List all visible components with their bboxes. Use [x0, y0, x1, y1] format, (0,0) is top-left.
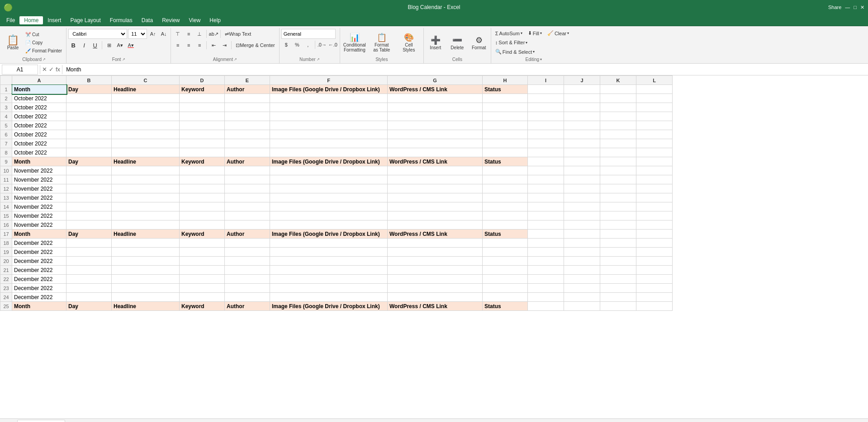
cell-6-7[interactable] — [388, 130, 483, 139]
cell-19-8[interactable] — [483, 248, 528, 257]
cell-16-12[interactable] — [636, 220, 673, 230]
cell-13-6[interactable] — [270, 193, 388, 202]
cell-10-4[interactable] — [180, 166, 225, 175]
cell-21-4[interactable] — [180, 266, 225, 275]
cell-16-3[interactable] — [112, 220, 180, 230]
cell-21-6[interactable] — [270, 266, 388, 275]
cell-13-4[interactable] — [180, 193, 225, 202]
cell-5-3[interactable] — [112, 121, 180, 130]
cell-7-1[interactable]: October 2022 — [12, 139, 66, 148]
cell-19-5[interactable] — [225, 248, 270, 257]
cell-14-2[interactable] — [66, 202, 112, 211]
cell-14-4[interactable] — [180, 202, 225, 211]
cell-18-3[interactable] — [112, 239, 180, 248]
cell-16-1[interactable]: November 2022 — [12, 220, 66, 230]
cell-14-9[interactable] — [528, 202, 564, 211]
cell-23-3[interactable] — [112, 284, 180, 293]
row-header-11[interactable]: 11 — [0, 175, 12, 184]
cell-25-1[interactable]: Month — [12, 302, 66, 311]
format-painter-button[interactable]: 🖌️ Format Painter — [23, 47, 64, 55]
cell-10-10[interactable] — [564, 166, 600, 175]
cell-10-7[interactable] — [388, 166, 483, 175]
cell-2-7[interactable] — [388, 94, 483, 103]
cell-5-7[interactable] — [388, 121, 483, 130]
percent-button[interactable]: % — [292, 40, 302, 50]
cell-4-11[interactable] — [600, 112, 636, 121]
cell-15-7[interactable] — [388, 211, 483, 220]
cell-2-8[interactable] — [483, 94, 528, 103]
cell-14-11[interactable] — [600, 202, 636, 211]
cell-16-4[interactable] — [180, 220, 225, 230]
cell-4-10[interactable] — [564, 112, 600, 121]
cell-15-11[interactable] — [600, 211, 636, 220]
cell-8-7[interactable] — [388, 148, 483, 157]
cell-11-10[interactable] — [564, 175, 600, 184]
cell-7-11[interactable] — [600, 139, 636, 148]
font-expand-icon[interactable]: ↗ — [122, 57, 125, 61]
cell-21-11[interactable] — [600, 266, 636, 275]
cell-25-5[interactable]: Author — [225, 302, 270, 311]
cell-17-3[interactable]: Headline — [112, 230, 180, 239]
col-header-i[interactable]: I — [528, 76, 564, 85]
cell-19-9[interactable] — [528, 248, 564, 257]
cell-2-1[interactable]: October 2022 — [12, 94, 66, 103]
row-header-16[interactable]: 16 — [0, 220, 12, 230]
cell-15-1[interactable]: November 2022 — [12, 211, 66, 220]
row-header-20[interactable]: 20 — [0, 257, 12, 266]
cell-25-7[interactable]: WordPress / CMS Link — [388, 302, 483, 311]
fill-color-button[interactable]: A▾ — [115, 40, 125, 50]
cell-25-12[interactable] — [636, 302, 673, 311]
cell-24-12[interactable] — [636, 293, 673, 302]
col-header-k[interactable]: K — [600, 76, 636, 85]
cell-10-9[interactable] — [528, 166, 564, 175]
cell-3-10[interactable] — [564, 103, 600, 112]
cell-1-6[interactable]: Image Files (Google Drive / Dropbox Link… — [270, 85, 388, 94]
row-header-13[interactable]: 13 — [0, 193, 12, 202]
cell-12-7[interactable] — [388, 184, 483, 193]
cell-10-1[interactable]: November 2022 — [12, 166, 66, 175]
cell-24-1[interactable]: December 2022 — [12, 293, 66, 302]
cell-3-5[interactable] — [225, 103, 270, 112]
cell-12-1[interactable]: November 2022 — [12, 184, 66, 193]
cell-23-11[interactable] — [600, 284, 636, 293]
cell-13-1[interactable]: November 2022 — [12, 193, 66, 202]
merge-center-button[interactable]: ⊡ Merge & Center — [233, 42, 277, 49]
cell-12-3[interactable] — [112, 184, 180, 193]
cell-12-8[interactable] — [483, 184, 528, 193]
cell-15-4[interactable] — [180, 211, 225, 220]
cell-9-12[interactable] — [636, 157, 673, 166]
delete-button[interactable]: ➖ Delete — [447, 30, 467, 55]
cell-20-8[interactable] — [483, 257, 528, 266]
row-header-18[interactable]: 18 — [0, 239, 12, 248]
row-header-19[interactable]: 19 — [0, 248, 12, 257]
cell-8-5[interactable] — [225, 148, 270, 157]
cell-11-9[interactable] — [528, 175, 564, 184]
cell-22-5[interactable] — [225, 275, 270, 284]
col-header-g[interactable]: G — [388, 76, 483, 85]
cell-18-9[interactable] — [528, 239, 564, 248]
row-header-17[interactable]: 17 — [0, 230, 12, 239]
cell-14-1[interactable]: November 2022 — [12, 202, 66, 211]
cell-16-6[interactable] — [270, 220, 388, 230]
cell-21-8[interactable] — [483, 266, 528, 275]
cell-7-7[interactable] — [388, 139, 483, 148]
font-name-select[interactable]: Calibri — [68, 29, 127, 39]
number-expand-icon[interactable]: ↗ — [317, 57, 320, 61]
cell-24-3[interactable] — [112, 293, 180, 302]
insert-button[interactable]: ➕ Insert — [426, 30, 446, 55]
cell-4-3[interactable] — [112, 112, 180, 121]
cell-12-11[interactable] — [600, 184, 636, 193]
cell-19-1[interactable]: December 2022 — [12, 248, 66, 257]
cell-2-2[interactable] — [66, 94, 112, 103]
cell-11-7[interactable] — [388, 175, 483, 184]
clipboard-expand-icon[interactable]: ↗ — [43, 57, 46, 61]
cell-22-8[interactable] — [483, 275, 528, 284]
cell-9-3[interactable]: Headline — [112, 157, 180, 166]
cell-11-5[interactable] — [225, 175, 270, 184]
cell-8-6[interactable] — [270, 148, 388, 157]
cell-24-11[interactable] — [600, 293, 636, 302]
increase-decimal-button[interactable]: ←.0 — [328, 40, 338, 50]
cell-11-3[interactable] — [112, 175, 180, 184]
increase-font-button[interactable]: A↑ — [148, 29, 158, 39]
cell-3-11[interactable] — [600, 103, 636, 112]
